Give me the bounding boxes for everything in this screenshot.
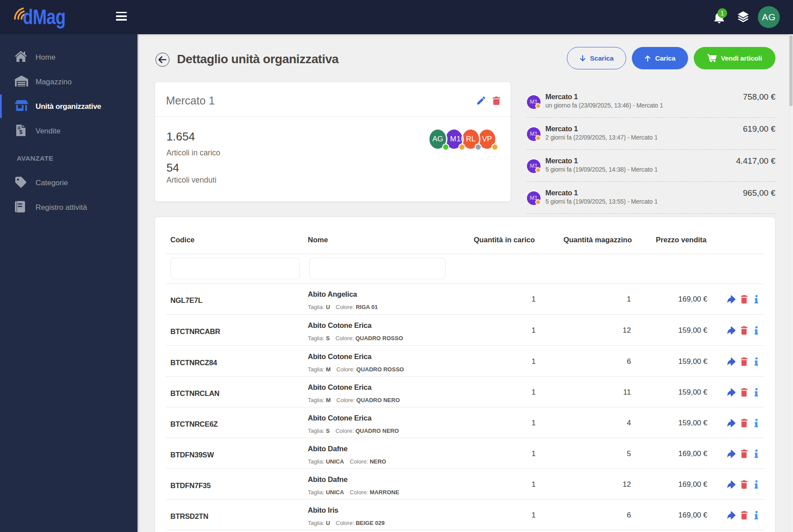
svg-text:$: $ — [19, 129, 23, 135]
